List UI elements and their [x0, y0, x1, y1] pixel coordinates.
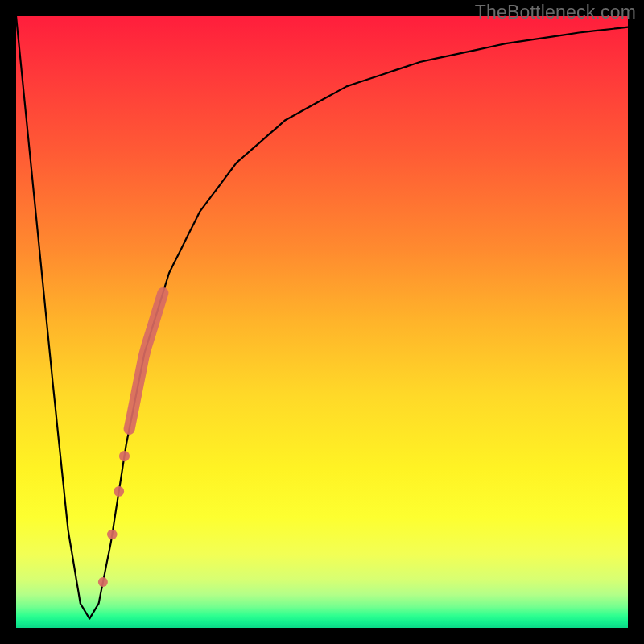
bottleneck-curve — [16, 16, 628, 619]
highlight-dot — [98, 577, 108, 587]
highlight-segment — [130, 293, 163, 429]
watermark-text: TheBottleneck.com — [475, 2, 636, 23]
highlight-dot — [119, 451, 130, 461]
highlight-dot — [107, 530, 117, 539]
plot-area — [16, 16, 628, 628]
highlight-dot — [114, 486, 124, 497]
chart-layer — [16, 16, 628, 619]
chart-frame: TheBottleneck.com — [0, 0, 644, 644]
chart-svg — [16, 16, 628, 628]
